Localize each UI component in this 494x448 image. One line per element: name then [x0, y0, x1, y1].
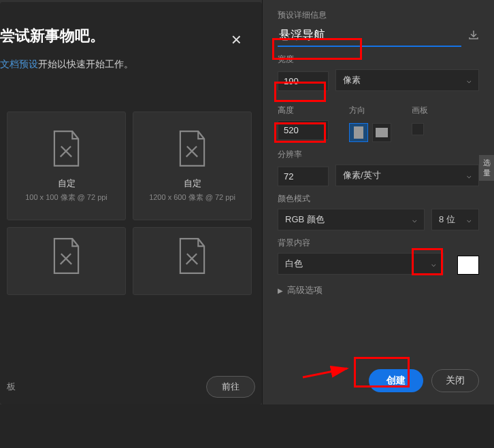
preset-details-label: 预设详细信息: [278, 10, 479, 21]
bg-label: 背景内容: [278, 237, 479, 249]
resolution-unit-select[interactable]: 像素/英寸 ⌵: [335, 165, 479, 186]
document-icon: [51, 237, 82, 275]
color-depth-value: 8 位: [439, 213, 455, 226]
chevron-down-icon: ⌵: [431, 260, 436, 269]
chevron-down-icon: ⌵: [467, 171, 472, 180]
preset-panel: × 尝试新事物吧。 文档预设开始以快速开始工作。 自定 100 x 100 像素…: [0, 2, 262, 404]
color-depth-select[interactable]: 8 位 ⌵: [431, 209, 479, 230]
dark-bottom-bg: [0, 404, 494, 448]
chevron-down-icon: ⌵: [467, 216, 472, 224]
advanced-options-toggle[interactable]: ▶ 高级选项: [278, 284, 479, 296]
chevron-down-icon: ⌵: [467, 76, 472, 85]
bg-content-select[interactable]: 白色 ⌵: [278, 253, 444, 275]
preset-card[interactable]: 自定 1200 x 600 像素 @ 72 ppi: [133, 111, 252, 220]
side-tab[interactable]: 选量: [479, 155, 494, 181]
left-subtitle: 文档预设开始以快速开始工作。: [0, 58, 248, 71]
width-label: 宽度: [278, 54, 479, 65]
subtitle-suffix: 开始以快速开始工作。: [38, 58, 133, 69]
close-icon[interactable]: ×: [231, 29, 242, 50]
color-mode-select[interactable]: RGB 颜色 ⌵: [278, 209, 425, 230]
bg-color-swatch[interactable]: [457, 256, 479, 275]
save-preset-icon[interactable]: [468, 29, 479, 43]
details-panel: 预设详细信息 宽度 像素 ⌵ 高度 方向: [262, 0, 494, 404]
orientation-portrait-button[interactable]: [349, 123, 368, 142]
preset-dims: 100 x 100 像素 @ 72 ppi: [25, 192, 108, 203]
close-button[interactable]: 关闭: [431, 369, 479, 392]
width-unit-value: 像素: [343, 74, 361, 86]
orientation-label: 方向: [349, 105, 391, 116]
artboard-label: 画板: [412, 105, 428, 116]
preset-name: 自定: [58, 177, 76, 190]
preset-name: 自定: [184, 177, 201, 190]
preset-card[interactable]: [133, 227, 252, 295]
bottom-bar: 板 前往: [0, 376, 255, 398]
orientation-landscape-button[interactable]: [372, 123, 391, 142]
document-name-input[interactable]: [278, 25, 461, 47]
document-icon: [51, 130, 82, 167]
color-mode-label: 颜色模式: [278, 193, 479, 205]
color-mode-value: RGB 颜色: [285, 213, 325, 226]
document-icon: [177, 237, 208, 275]
resolution-label: 分辨率: [278, 149, 479, 160]
create-button[interactable]: 创建: [369, 369, 423, 392]
bottom-label: 板: [7, 381, 16, 393]
triangle-right-icon: ▶: [278, 287, 283, 294]
height-label: 高度: [278, 105, 329, 116]
artboard-checkbox[interactable]: [412, 123, 424, 135]
bg-value: 白色: [285, 258, 303, 270]
resolution-unit-value: 像素/英寸: [343, 169, 381, 182]
doc-preset-link[interactable]: 文档预设: [0, 58, 38, 69]
preset-dims: 1200 x 600 像素 @ 72 ppi: [149, 192, 235, 203]
advanced-label: 高级选项: [287, 284, 323, 296]
resolution-input[interactable]: [278, 167, 329, 186]
left-title: 尝试新事物吧。: [0, 26, 248, 46]
width-unit-select[interactable]: 像素 ⌵: [335, 69, 479, 91]
goto-button[interactable]: 前往: [206, 376, 255, 398]
preset-grid: 自定 100 x 100 像素 @ 72 ppi 自定 1200 x 600 像…: [0, 84, 262, 302]
height-input[interactable]: [278, 120, 329, 140]
preset-card[interactable]: [7, 227, 126, 295]
chevron-down-icon: ⌵: [412, 216, 417, 224]
new-document-dialog: × 尝试新事物吧。 文档预设开始以快速开始工作。 自定 100 x 100 像素…: [0, 0, 494, 404]
document-icon: [177, 130, 208, 167]
width-input[interactable]: [278, 71, 329, 91]
preset-card[interactable]: 自定 100 x 100 像素 @ 72 ppi: [7, 111, 126, 220]
